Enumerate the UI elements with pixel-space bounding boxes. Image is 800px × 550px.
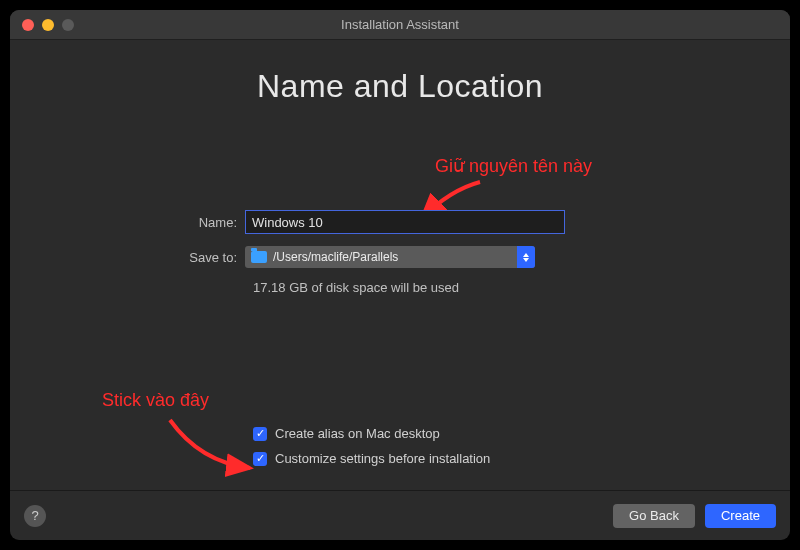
- content-area: Name and Location Giữ nguyên tên này Nam…: [10, 40, 790, 540]
- name-label: Name:: [170, 215, 245, 230]
- annotation-keep-name: Giữ nguyên tên này: [435, 155, 592, 177]
- check-icon: ✓: [256, 428, 265, 439]
- annotation-stick-here: Stick vào đây: [102, 390, 209, 411]
- saveto-row: Save to: /Users/maclife/Parallels: [170, 246, 650, 268]
- help-button[interactable]: ?: [24, 505, 46, 527]
- customize-settings-label: Customize settings before installation: [275, 451, 490, 466]
- checkbox-area: ✓ Create alias on Mac desktop ✓ Customiz…: [253, 426, 490, 476]
- footer: ? Go Back Create: [10, 490, 790, 540]
- create-alias-checkbox[interactable]: ✓: [253, 427, 267, 441]
- name-input[interactable]: [245, 210, 565, 234]
- customize-settings-checkbox-row[interactable]: ✓ Customize settings before installation: [253, 451, 490, 466]
- create-button[interactable]: Create: [705, 504, 776, 528]
- saveto-dropdown[interactable]: /Users/maclife/Parallels: [245, 246, 535, 268]
- dropdown-stepper-icon: [517, 246, 535, 268]
- name-input-col: [245, 210, 650, 234]
- titlebar: Installation Assistant: [10, 10, 790, 40]
- go-back-button[interactable]: Go Back: [613, 504, 695, 528]
- page-title: Name and Location: [10, 68, 790, 105]
- saveto-path: /Users/maclife/Parallels: [273, 250, 529, 264]
- customize-settings-checkbox[interactable]: ✓: [253, 452, 267, 466]
- window-title: Installation Assistant: [10, 17, 790, 32]
- create-alias-label: Create alias on Mac desktop: [275, 426, 440, 441]
- saveto-input-col: /Users/maclife/Parallels: [245, 246, 650, 268]
- create-alias-checkbox-row[interactable]: ✓ Create alias on Mac desktop: [253, 426, 490, 441]
- name-row: Name:: [170, 210, 650, 234]
- folder-icon: [251, 251, 267, 263]
- installation-assistant-window: Installation Assistant Name and Location…: [10, 10, 790, 540]
- disk-space-info: 17.18 GB of disk space will be used: [253, 280, 650, 295]
- saveto-label: Save to:: [170, 250, 245, 265]
- check-icon: ✓: [256, 453, 265, 464]
- form-area: Name: Save to: /Users/maclife/Parallels: [170, 210, 650, 295]
